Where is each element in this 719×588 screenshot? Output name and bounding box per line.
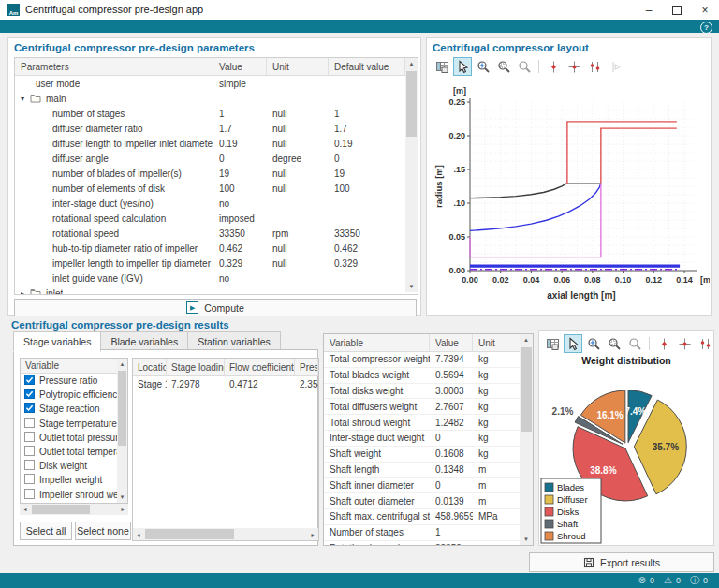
warning-icon[interactable]: ⚠	[664, 576, 672, 585]
parameter-default: 0.462	[329, 243, 405, 254]
scroll-up-arrow[interactable]: ▲	[117, 359, 127, 370]
scroll-thumb[interactable]	[145, 529, 234, 539]
error-count: 0	[650, 576, 654, 585]
parameter-row[interactable]: ▾main	[15, 91, 405, 106]
select-none-button[interactable]: Select none	[75, 522, 131, 540]
marker-cross-icon[interactable]	[675, 334, 694, 353]
scroll-up-arrow[interactable]: ▲	[405, 58, 418, 69]
checkbox-checked[interactable]	[24, 403, 35, 415]
checkbox-unchecked[interactable]	[24, 474, 35, 486]
marker-cross-icon[interactable]	[565, 57, 583, 76]
parameter-row[interactable]: inlet guide vane (IGV)no	[15, 271, 405, 286]
zoom-box-icon[interactable]	[605, 334, 624, 353]
tab-stage-variables[interactable]: Stage variables	[13, 331, 101, 352]
select-all-button[interactable]: Select all	[20, 522, 72, 540]
scroll-left-arrow[interactable]: ◄	[20, 504, 31, 515]
variable-list-item[interactable]: Outlet total tempera	[21, 445, 119, 459]
variable-list-horizontal-scrollbar[interactable]: ◄►	[20, 504, 128, 515]
cursor-select-icon[interactable]	[564, 334, 582, 353]
scroll-track[interactable]	[144, 528, 307, 540]
scroll-track[interactable]	[520, 345, 533, 534]
zoom-reset-icon[interactable]	[625, 334, 644, 353]
parameter-row[interactable]: number of elements of disk100null100	[15, 181, 405, 196]
error-icon[interactable]: ⊗	[638, 576, 646, 585]
variable-list-item[interactable]: Impeller weight	[21, 473, 119, 487]
scroll-up-arrow[interactable]: ▲	[520, 334, 533, 345]
zoom-pan-icon[interactable]	[474, 57, 492, 76]
variable-list-item[interactable]: Stage reaction	[21, 402, 119, 416]
variable-list-vertical-scrollbar[interactable]: ▲▼	[117, 359, 127, 503]
scroll-thumb[interactable]	[32, 505, 90, 514]
maximize-button[interactable]	[663, 0, 691, 20]
parameter-row[interactable]: diffuser angle0degree0	[15, 151, 405, 166]
parameter-name-cell: number of elements of disk	[15, 184, 213, 194]
parameter-row[interactable]: diffuser length to impeller inlet diamet…	[15, 136, 405, 151]
tab-blade-variables[interactable]: Blade variables	[101, 331, 188, 351]
variable-list-item[interactable]: Disk weight	[21, 459, 119, 473]
expand-icon[interactable]: ▸	[21, 289, 30, 296]
variable-list-item[interactable]: Polytropic efficiency	[21, 388, 119, 402]
scroll-track[interactable]	[405, 69, 418, 281]
toolbar-separator	[649, 337, 650, 350]
checkbox-unchecked[interactable]	[24, 489, 35, 501]
table-export-icon[interactable]	[543, 334, 562, 353]
scroll-thumb[interactable]	[521, 347, 532, 432]
parameter-row[interactable]: number of stages1null1	[15, 106, 405, 121]
tab-station-variables[interactable]: Station variables	[188, 331, 281, 351]
export-results-button[interactable]: Export results	[529, 552, 714, 572]
scroll-down-arrow[interactable]: ▼	[520, 534, 533, 545]
parameter-row[interactable]: user modesimple	[15, 76, 405, 91]
marker-single-icon[interactable]	[654, 334, 673, 353]
scroll-thumb[interactable]	[118, 371, 126, 446]
parameter-row[interactable]: ▸inlet	[15, 286, 405, 295]
zoom-pan-icon[interactable]	[584, 334, 603, 353]
cursor-select-icon[interactable]	[453, 57, 472, 76]
compute-button[interactable]: ▶ Compute	[14, 299, 417, 316]
scroll-right-arrow[interactable]: ►	[117, 504, 128, 515]
checkbox-unchecked[interactable]	[24, 460, 35, 472]
scroll-down-arrow[interactable]: ▼	[405, 281, 418, 292]
variable-list-item[interactable]: Outlet total pressure	[21, 431, 119, 445]
close-button[interactable]: ×	[691, 0, 719, 20]
scroll-right-arrow[interactable]: ►	[307, 528, 318, 540]
collapse-icon[interactable]: ▾	[21, 95, 30, 103]
stage-table-horizontal-scrollbar[interactable]: ◄►	[133, 528, 318, 540]
weight-table-row: Total shroud weight1.2482kg	[324, 415, 520, 431]
variable-list-item[interactable]: Impeller shroud wei	[21, 488, 119, 502]
parameter-name: number of elements of disk	[52, 184, 165, 194]
minimize-button[interactable]: –	[635, 0, 663, 20]
checkbox-unchecked[interactable]	[24, 432, 35, 444]
weight-cell: Shaft inner diameter	[324, 478, 430, 492]
marker-single-icon[interactable]	[544, 57, 563, 76]
checkbox-checked[interactable]	[24, 389, 35, 401]
parameter-row[interactable]: number of blades of impeller(s)19null19	[15, 166, 405, 181]
scroll-down-arrow[interactable]: ▼	[117, 492, 127, 503]
weight-cell: kg	[473, 431, 521, 446]
weight-cell: 458.9659	[430, 509, 473, 524]
checkbox-unchecked[interactable]	[24, 418, 35, 430]
weight-table-vertical-scrollbar[interactable]: ▲▼	[520, 334, 533, 545]
scroll-left-arrow[interactable]: ◄	[133, 528, 144, 540]
parameter-row[interactable]: impeller length to impeller tip diameter…	[15, 256, 405, 271]
scroll-track[interactable]	[31, 504, 117, 515]
table-export-icon[interactable]	[433, 57, 451, 76]
parameter-row[interactable]: rotational speed calculationimposed	[15, 211, 405, 226]
parameter-row[interactable]: hub-to-tip diameter ratio of impeller0.4…	[15, 241, 405, 256]
marker-double-icon[interactable]	[696, 334, 714, 353]
parameter-row[interactable]: diffuser diameter ratio1.7null1.7	[15, 121, 405, 136]
weight-table-row: Total diffusers weight2.7607kg	[324, 399, 520, 415]
variable-list-item[interactable]: Stage temperature i	[21, 417, 119, 431]
zoom-box-icon[interactable]	[494, 57, 513, 76]
checkbox-checked[interactable]	[24, 375, 35, 387]
variable-list-item[interactable]: Pressure ratio	[21, 374, 119, 388]
marker-double-icon[interactable]	[585, 57, 604, 76]
parameter-row[interactable]: inter-stage duct (yes/no)no	[15, 196, 405, 211]
parameter-row[interactable]: rotational speed33350rpm33350	[15, 226, 405, 241]
zoom-reset-icon[interactable]	[515, 57, 534, 76]
scroll-track[interactable]	[117, 370, 127, 492]
parameters-vertical-scrollbar[interactable]: ▲▼	[405, 58, 418, 292]
info-icon[interactable]: ⓘ	[690, 576, 699, 585]
checkbox-unchecked[interactable]	[24, 446, 35, 458]
help-icon[interactable]: ?	[700, 22, 712, 34]
scroll-thumb[interactable]	[406, 71, 417, 137]
